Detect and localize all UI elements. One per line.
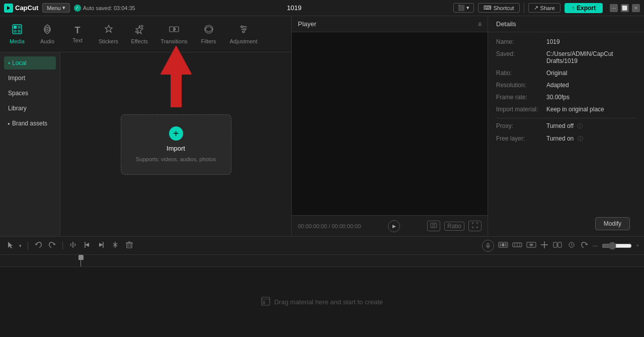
detail-row-framerate: Frame rate: 30.00fps [496,94,636,101]
minimize-button[interactable]: — [610,4,618,12]
undo-right-tool[interactable] [581,241,589,250]
split-tool[interactable] [67,239,78,252]
sidebar-item-library[interactable]: Library [4,102,56,115]
detail-label-resolution: Resolution: [496,82,546,89]
detail-row-proxy: Proxy: Turned off ⓘ [496,122,636,130]
modify-button[interactable]: Modify [595,217,630,230]
sidebar-item-spaces[interactable]: Spaces [4,87,56,100]
share-button[interactable]: ↗ Share [528,3,560,13]
logo-icon [4,4,13,13]
sidebar-item-brand[interactable]: ▸ Brand assets [4,117,56,130]
export-button[interactable]: ↑ Export [565,3,603,13]
cursor-dropdown[interactable]: ▾ [18,242,23,250]
zoom-slider-left[interactable]: — [593,243,598,248]
freelayer-info-icon[interactable]: ⓘ [578,136,583,142]
sidebar-item-local[interactable]: ▾ Local [4,56,56,70]
titlebar-right: ⬛ ▾ ⌨ Shortcut ↗ Share ↑ Export — ⬜ ✕ [453,3,640,13]
tab-adjustment[interactable]: Adjustment [224,20,264,48]
media-area: + Import Supports: videos, audios, photo… [60,52,291,236]
cursor-tool[interactable] [5,239,16,252]
left-content: ▾ Local Import Spaces Library ▸ Brand as… [0,52,291,236]
main-area: Media Audio T Text [0,16,644,236]
timeline-clip-tool6[interactable] [567,241,577,250]
detail-label-saved: Saved: [496,50,546,57]
sidebar-item-brand-label: Brand assets [12,120,47,127]
keyboard-icon: ⌨ [484,5,492,11]
tab-adjustment-label: Adjustment [230,38,258,44]
logo-text: CapCut [15,4,38,12]
audio-icon [42,24,52,37]
import-plus-icon: + [169,126,183,141]
detail-label-import-material: Import material: [496,106,546,113]
import-sublabel: Supports: videos, audios, photos [136,156,216,162]
tab-filters-label: Filters [201,38,216,44]
tab-text-label: Text [72,37,83,43]
stickers-icon [104,24,114,37]
tab-media[interactable]: Media [2,20,32,48]
adjustment-icon [238,24,249,37]
svg-rect-44 [263,301,265,304]
left-panel: Media Audio T Text [0,16,292,236]
zoom-slider-right[interactable]: + [636,243,639,248]
center-tool[interactable] [110,239,121,252]
timeline-drop-area: Drag material here and start to create [0,267,644,337]
zoom-slider[interactable] [602,242,632,250]
trim-left-tool[interactable] [82,239,93,252]
shortcut-button[interactable]: ⌨ Shortcut [478,3,520,13]
tool-divider-1 [28,242,28,250]
detail-value-proxy: Turned off ⓘ [546,122,636,130]
detail-value-resolution: Adapted [546,82,636,89]
tab-bar: Media Audio T Text [0,16,291,52]
trim-right-tool[interactable] [96,239,107,252]
tab-text[interactable]: T Text [62,21,93,47]
drop-icon [261,297,270,307]
player-play-button[interactable]: ▶ [388,220,400,232]
sidebar-item-import[interactable]: Import [4,72,56,85]
transitions-icon [169,24,179,37]
drop-hint: Drag material here and start to create [261,297,383,307]
svg-point-13 [244,28,246,30]
player-time-separator: / [329,223,330,229]
detail-value-framerate: 30.00fps [546,94,636,101]
export-icon: ↑ [572,5,575,12]
close-button[interactable]: ✕ [632,4,640,12]
detail-label-framerate: Frame rate: [496,94,546,101]
detail-value-import-material: Keep in original place [546,106,636,113]
player-content [292,32,488,215]
timeline-clip-tool4[interactable] [540,241,548,250]
timeline-clip-tool1[interactable] [498,241,508,250]
svg-rect-22 [127,243,132,248]
player-menu-icon[interactable]: ≡ [478,21,481,28]
detail-label-ratio: Ratio: [496,70,546,77]
text-icon: T [75,25,80,36]
import-box[interactable]: + Import Supports: videos, audios, photo… [121,114,231,175]
playhead-ruler [80,255,81,266]
maximize-button[interactable]: ⬜ [621,4,629,12]
sidebar: ▾ Local Import Spaces Library ▸ Brand as… [0,52,60,236]
tab-effects[interactable]: Effects [124,20,154,48]
timeline-clip-tool2[interactable] [512,241,522,250]
svg-point-6 [47,28,48,30]
menu-button[interactable]: Menu ▾ [42,3,70,13]
ratio-button[interactable]: Ratio [444,222,464,231]
mic-button[interactable] [482,240,494,252]
undo-tool[interactable] [33,239,44,252]
player-time-current: 00:00:00:00 [298,223,327,229]
modify-container: Modify [488,211,644,236]
svg-rect-9 [170,27,174,32]
tab-effects-label: Effects [131,38,147,44]
redo-tool[interactable] [47,239,58,252]
player-time-total: 00:00:00:00 [332,223,361,229]
monitor-button[interactable]: ⬛ ▾ [453,3,474,13]
timeline: ▾ [0,236,644,337]
timeline-tools-right: — + [482,240,639,252]
player-panel: Player ≡ 00:00:00:00 / 00:00:00:00 ▶ Rat… [292,16,488,236]
timeline-clip-tool5[interactable] [552,241,562,250]
camera-button[interactable] [427,221,440,231]
timeline-clip-tool3[interactable] [526,241,536,250]
delete-tool[interactable] [124,239,135,252]
tab-stickers[interactable]: Stickers [93,20,124,48]
fullscreen-button[interactable] [468,221,481,231]
tab-audio[interactable]: Audio [32,20,62,48]
proxy-info-icon[interactable]: ⓘ [577,123,583,129]
